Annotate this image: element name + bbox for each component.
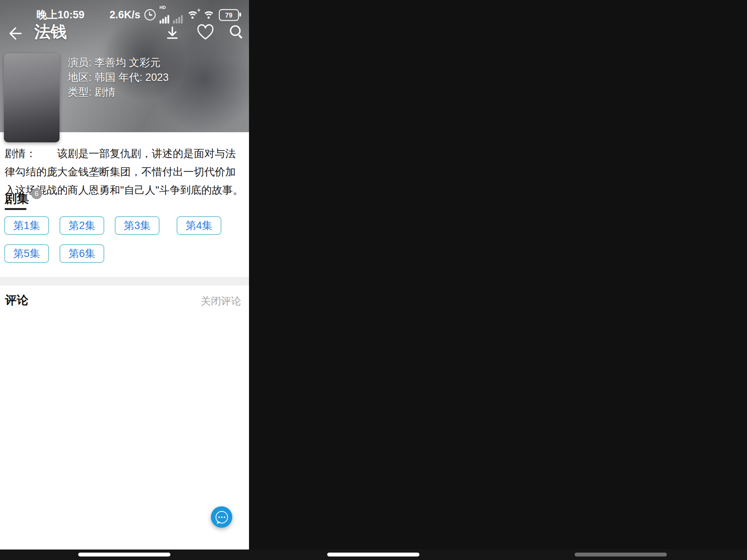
signal-bars2-icon	[173, 6, 183, 24]
episode-list: 第1集 第2集 第3集 第4集 第5集 第6集	[4, 216, 238, 263]
gesture-pill[interactable]	[575, 553, 667, 556]
episodes-underline	[5, 208, 26, 210]
episode-button[interactable]: 第2集	[60, 216, 104, 235]
download-icon[interactable]	[164, 25, 181, 41]
info-actors: 演员: 李善均 文彩元	[68, 55, 169, 70]
gesture-pill[interactable]	[327, 553, 419, 556]
status-time: 晚上10:59	[37, 8, 84, 22]
episode-button[interactable]: 第5集	[4, 244, 49, 263]
status-bar: 晚上10:59 2.6K/s HD + 79	[0, 6, 249, 20]
episodes-header: 剧集 6	[5, 191, 42, 207]
info-genre: 类型: 剧情	[68, 85, 169, 100]
episode-button[interactable]: 第3集	[115, 216, 160, 235]
status-icons: 2.6K/s HD + 79	[110, 6, 239, 24]
gesture-bar	[0, 550, 747, 560]
battery-icon: 79	[219, 9, 239, 21]
alarm-clock-icon	[144, 9, 156, 20]
divider	[0, 277, 249, 285]
screenshot-canvas: 晚上10:59 16.6K/s HD + 79 日剧天堂 永久会员活动即将结束 …	[0, 0, 747, 560]
signal-bars-icon: HD	[160, 6, 169, 24]
detail-info: 演员: 李善均 文彩元 地区: 韩国 年代: 2023 类型: 剧情	[68, 55, 169, 100]
episode-button[interactable]: 第1集	[4, 216, 49, 235]
gesture-pill[interactable]	[78, 553, 170, 556]
comments-toggle[interactable]: 关闭评论	[201, 294, 241, 308]
back-icon[interactable]	[5, 25, 23, 42]
wifi-icon	[203, 10, 215, 20]
chat-fab-button[interactable]	[211, 506, 232, 528]
episode-button[interactable]: 第4集	[177, 216, 221, 235]
episode-button[interactable]: 第6集	[60, 244, 104, 263]
detail-title: 法钱	[34, 21, 67, 43]
detail-poster-image[interactable]	[4, 53, 60, 142]
wifi-plus-icon: +	[187, 10, 199, 20]
search-icon[interactable]	[230, 25, 243, 38]
comments-label: 评论	[5, 292, 28, 308]
network-speed: 2.6K/s	[110, 9, 140, 21]
detail-screen: 晚上10:59 2.6K/s HD + 79 法钱 演员: 李善均 文彩	[0, 0, 249, 560]
chat-bubble-icon	[216, 511, 228, 523]
favorite-heart-icon[interactable]	[196, 24, 214, 41]
episodes-count-badge: 6	[31, 188, 42, 199]
episodes-label: 剧集	[5, 191, 29, 207]
info-region-year: 地区: 韩国 年代: 2023	[68, 70, 169, 85]
